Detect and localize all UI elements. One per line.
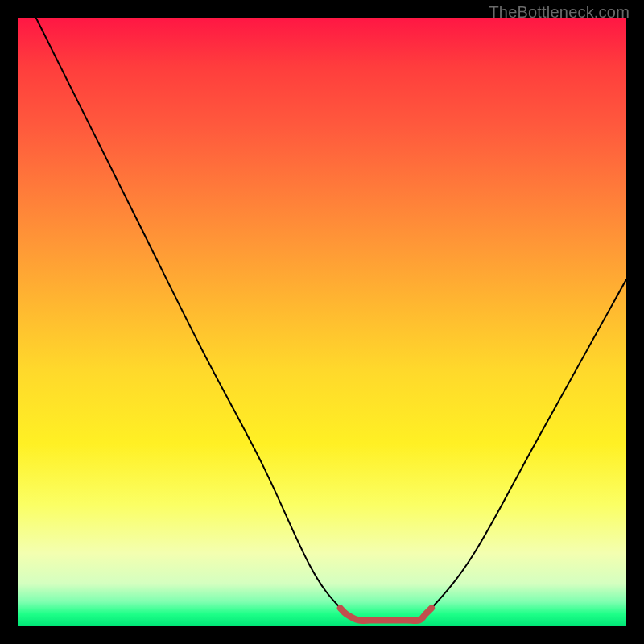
plot-area	[18, 18, 626, 626]
optimal-range-marker	[341, 608, 431, 621]
watermark-text: TheBottleneck.com	[489, 3, 630, 22]
bottleneck-curve	[36, 18, 626, 621]
chart-frame: TheBottleneck.com	[0, 0, 644, 644]
curve-layer	[18, 18, 626, 626]
